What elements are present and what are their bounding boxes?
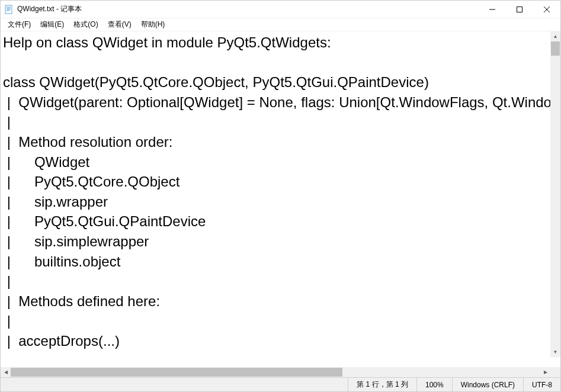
horizontal-scrollbar[interactable]: ◀ ▶ [1, 367, 560, 377]
notepad-window: QWidget.txt - 记事本 文件(F) 编辑(E) 格式(O) 查看(V… [0, 0, 561, 392]
document-text[interactable]: Help on class QWidget in module PyQt5.Qt… [1, 31, 560, 352]
titlebar[interactable]: QWidget.txt - 记事本 [1, 1, 560, 18]
minimize-button[interactable] [479, 1, 506, 18]
scroll-down-arrow-icon[interactable]: ▼ [550, 347, 560, 357]
scroll-left-arrow-icon[interactable]: ◀ [1, 367, 11, 377]
status-encoding: UTF-8 [523, 378, 560, 391]
statusbar: 第 1 行，第 1 列 100% Windows (CRLF) UTF-8 [1, 377, 560, 391]
menu-edit[interactable]: 编辑(E) [36, 18, 69, 31]
menu-file[interactable]: 文件(F) [3, 18, 36, 31]
menu-format[interactable]: 格式(O) [69, 18, 102, 31]
svg-rect-6 [517, 7, 522, 12]
menubar: 文件(F) 编辑(E) 格式(O) 查看(V) 帮助(H) [1, 18, 560, 31]
close-button[interactable] [533, 1, 560, 18]
menu-view[interactable]: 查看(V) [103, 18, 136, 31]
text-editor[interactable]: Help on class QWidget in module PyQt5.Qt… [1, 31, 560, 367]
scroll-up-arrow-icon[interactable]: ▲ [550, 31, 560, 41]
menu-help[interactable]: 帮助(H) [136, 18, 170, 31]
vertical-scroll-thumb[interactable] [551, 41, 560, 56]
notepad-icon [4, 5, 14, 14]
horizontal-scroll-thumb[interactable] [11, 368, 342, 377]
window-title: QWidget.txt - 记事本 [17, 4, 82, 14]
status-zoom: 100% [416, 378, 452, 391]
status-line-ending: Windows (CRLF) [452, 378, 523, 391]
scroll-right-arrow-icon[interactable]: ▶ [540, 367, 550, 377]
maximize-button[interactable] [506, 1, 533, 18]
status-cursor-position: 第 1 行，第 1 列 [348, 378, 416, 391]
horizontal-scroll-track[interactable] [11, 367, 540, 377]
content-area: Help on class QWidget in module PyQt5.Qt… [1, 31, 560, 377]
vertical-scrollbar[interactable]: ▲ ▼ [550, 31, 560, 357]
scrollbar-corner [550, 367, 560, 377]
